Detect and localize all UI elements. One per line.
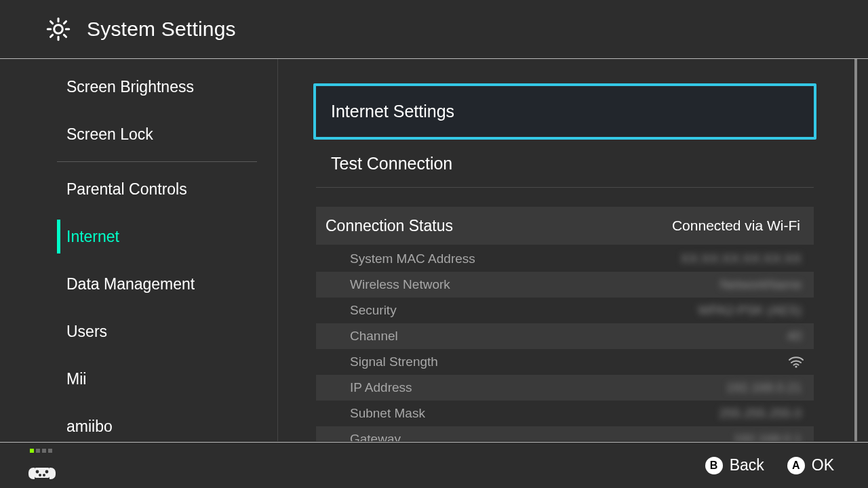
sidebar-item-label: Internet [66,228,119,246]
svg-point-13 [39,474,41,476]
a-key-icon: A [787,457,805,474]
sidebar-separator [57,161,257,162]
sidebar-item-screen-lock[interactable]: Screen Lock [0,110,277,158]
sidebar-item-parental-controls[interactable]: Parental Controls [0,165,277,213]
svg-point-14 [43,474,45,476]
row-label: IP Address [350,380,412,395]
back-button[interactable]: B Back [705,456,764,474]
controller-indicator [33,449,54,483]
svg-line-6 [64,35,66,37]
svg-line-7 [50,35,52,37]
sidebar-item-label: Mii [66,370,86,388]
back-label: Back [730,456,764,474]
sidebar-item-mii[interactable]: Mii [0,355,277,403]
row-value: 192.168.0.1 [734,432,804,441]
controller-icon [28,465,54,483]
player-dots [30,449,52,453]
row-value: WPA2-PSK (AES) [698,303,804,318]
sidebar-item-label: Data Management [66,275,195,293]
row-mac-address: System MAC Address XX:XX:XX:XX:XX:XX [316,246,814,272]
connection-status-block: Connection Status Connected via Wi-Fi Sy… [316,207,814,441]
row-security: Security WPA2-PSK (AES) [316,298,814,323]
option-internet-settings[interactable]: Internet Settings [313,83,816,140]
sidebar-item-label: Users [66,323,107,341]
sidebar-item-screen-brightness[interactable]: Screen Brightness [0,63,277,110]
connection-status-value: Connected via Wi-Fi [672,218,800,234]
option-test-connection[interactable]: Test Connection [316,140,814,188]
row-label: System MAC Address [350,251,475,266]
row-value: XX:XX:XX:XX:XX:XX [681,251,804,266]
row-subnet-mask: Subnet Mask 255.255.255.0 [316,401,814,426]
row-label: Subnet Mask [350,406,425,421]
connection-status-rows: System MAC Address XX:XX:XX:XX:XX:XX Wir… [316,246,814,441]
connection-status-header: Connection Status Connected via Wi-Fi [316,207,814,245]
content: Screen Brightness Screen Lock Parental C… [0,59,868,441]
row-value: 255.255.255.0 [719,406,804,421]
row-channel: Channel 40 [316,323,814,349]
footer: B Back A OK [0,442,868,488]
sidebar-item-label: Screen Lock [66,125,153,144]
row-value: 40 [787,329,804,344]
sidebar-item-internet[interactable]: Internet [0,213,277,260]
sidebar-item-users[interactable]: Users [0,308,277,355]
sidebar-item-label: Parental Controls [66,180,187,199]
row-wireless-network: Wireless Network NetworkName [316,272,814,298]
ok-label: OK [812,456,834,474]
ok-button[interactable]: A OK [787,456,834,474]
row-gateway: Gateway 192.168.0.1 [316,426,814,441]
row-ip-address: IP Address 192.168.0.21 [316,375,814,401]
svg-point-9 [795,365,797,367]
row-value: NetworkName [720,277,804,292]
row-label: Signal Strength [350,354,438,369]
sidebar-item-data-management[interactable]: Data Management [0,260,277,308]
row-label: Security [350,303,397,318]
connection-status-title: Connection Status [326,217,453,235]
svg-line-8 [64,21,66,23]
option-label: Test Connection [331,154,452,174]
option-label: Internet Settings [331,102,454,121]
sidebar-item-label: Screen Brightness [66,78,194,96]
row-signal-strength: Signal Strength [316,349,814,375]
row-value: 192.168.0.21 [726,380,804,395]
b-key-icon: B [705,457,723,474]
sidebar: Screen Brightness Screen Lock Parental C… [0,59,278,441]
scroll-indicator[interactable] [854,59,857,441]
svg-point-0 [54,25,63,34]
page-title: System Settings [87,18,236,41]
wifi-icon [788,356,804,368]
row-label: Gateway [350,432,401,441]
svg-point-11 [36,470,39,473]
gear-icon [46,17,71,41]
svg-point-12 [45,470,49,473]
main-panel: Internet Settings Test Connection Connec… [278,59,868,441]
row-label: Wireless Network [350,277,450,292]
sidebar-item-label: amiibo [66,418,113,436]
sidebar-item-amiibo[interactable]: amiibo [0,403,277,441]
row-label: Channel [350,329,398,344]
header: System Settings [0,0,868,58]
svg-line-5 [50,21,52,23]
